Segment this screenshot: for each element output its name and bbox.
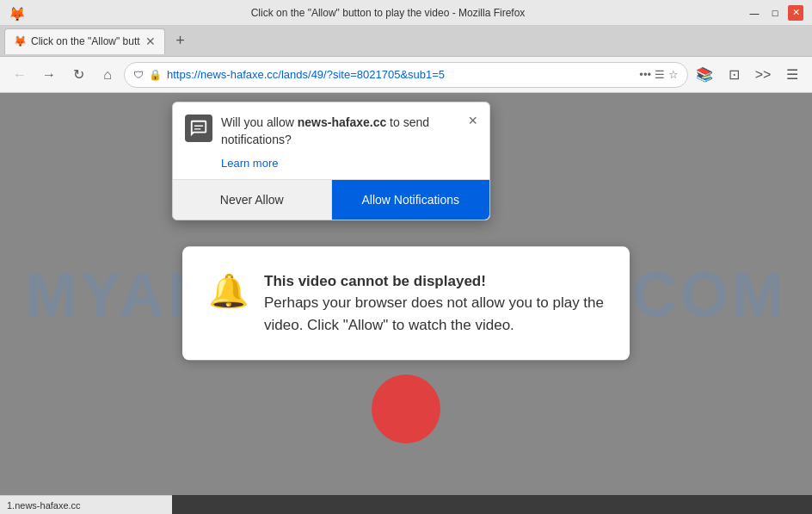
allow-notifications-button[interactable]: Allow Notifications xyxy=(332,180,490,220)
bg-circle xyxy=(372,375,440,443)
notification-chat-icon xyxy=(185,115,212,142)
firefox-icon: 🦊 xyxy=(9,6,22,20)
tab-close-button[interactable]: ✕ xyxy=(145,34,156,48)
video-error-card: 🔔 This video cannot be displayed! Perhap… xyxy=(182,246,630,361)
popup-header: Will you allow news-hafaxe.cc to send no… xyxy=(173,102,489,153)
new-tab-button[interactable]: + xyxy=(169,29,193,53)
lock-icon: 🔒 xyxy=(149,69,162,81)
video-error-body: Perhaps your browser does not allow you … xyxy=(264,294,604,333)
maximize-button[interactable]: □ xyxy=(767,5,783,21)
back-button[interactable]: ← xyxy=(7,62,33,88)
forward-button[interactable]: → xyxy=(36,62,62,88)
tab-label: Click on the "Allow" butt xyxy=(31,35,140,47)
home-button[interactable]: ⌂ xyxy=(95,62,120,88)
url-action-icons: ••• ☰ ☆ xyxy=(639,68,679,81)
status-text: 1.news-hafaxe.cc xyxy=(7,500,81,511)
popup-text-part1: Will you allow xyxy=(221,115,298,129)
active-tab[interactable]: 🦊 Click on the "Allow" butt ✕ xyxy=(4,28,165,54)
window-title: Click on the "Allow" button to play the … xyxy=(29,7,747,19)
bell-icon: 🔔 xyxy=(208,272,249,310)
popup-close-button[interactable]: × xyxy=(468,113,477,128)
title-bar: 🦊 Click on the "Allow" button to play th… xyxy=(0,0,812,26)
navigation-bar: ← → ↻ ⌂ 🛡 🔒 https://news-hafaxe.cc/lands… xyxy=(0,57,812,93)
browser-content: MYANTISPYWARE.COM Will you allow news-ha… xyxy=(0,93,812,495)
url-text: https://news-hafaxe.cc/lands/49/?site=80… xyxy=(167,68,634,81)
reader-mode-icon[interactable]: ☰ xyxy=(655,68,665,81)
popup-question: Will you allow news-hafaxe.cc to send no… xyxy=(221,115,459,148)
popup-buttons: Never Allow Allow Notifications xyxy=(173,180,489,220)
more-icon[interactable]: ••• xyxy=(639,68,651,81)
video-error-text: This video cannot be displayed! Perhaps … xyxy=(264,270,604,337)
popup-site-name: news-hafaxe.cc xyxy=(298,115,387,129)
learn-more-link[interactable]: Learn more xyxy=(221,157,278,170)
close-button[interactable]: ✕ xyxy=(788,5,803,21)
extensions-icon[interactable]: >> xyxy=(750,62,776,88)
synced-tabs-icon[interactable]: ⊡ xyxy=(721,62,747,88)
url-bar[interactable]: 🛡 🔒 https://news-hafaxe.cc/lands/49/?sit… xyxy=(124,62,688,88)
library-icon[interactable]: 📚 xyxy=(692,62,717,88)
video-error-title: This video cannot be displayed! xyxy=(264,273,486,289)
status-bar: 1.news-hafaxe.cc xyxy=(0,495,172,514)
window-controls: — □ ✕ xyxy=(747,5,803,21)
menu-button[interactable]: ☰ xyxy=(779,62,805,88)
tab-favicon: 🦊 xyxy=(14,35,26,47)
never-allow-button[interactable]: Never Allow xyxy=(173,180,332,220)
shield-icon: 🛡 xyxy=(133,69,144,81)
popup-learn-more-area: Learn more xyxy=(173,153,489,179)
minimize-button[interactable]: — xyxy=(747,5,762,21)
toolbar-right: 📚 ⊡ >> ☰ xyxy=(692,62,805,88)
reload-button[interactable]: ↻ xyxy=(65,62,91,88)
tab-bar: 🦊 Click on the "Allow" butt ✕ + xyxy=(0,26,812,57)
notification-popup: Will you allow news-hafaxe.cc to send no… xyxy=(172,102,490,220)
bookmark-icon[interactable]: ☆ xyxy=(668,68,679,81)
